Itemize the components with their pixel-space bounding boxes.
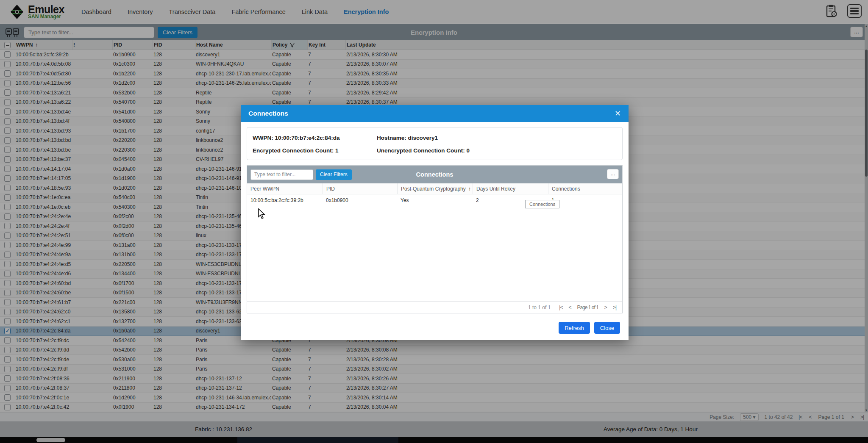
modal-header: Connections ✕ <box>241 105 629 122</box>
modal-prev-page-button[interactable]: < <box>568 305 571 310</box>
refresh-button[interactable]: Refresh <box>559 322 590 334</box>
close-button[interactable]: Close <box>594 322 620 334</box>
column-header-peer-wwpn[interactable]: Peer WWPN <box>247 183 323 194</box>
modal-table-toolbar: Clear Filters Connections ... <box>247 166 622 183</box>
summary-wwpn: WWPN: 10:00:70:b7:e4:2c:84:da <box>253 135 377 141</box>
column-header-connections[interactable]: Connections <box>548 183 622 194</box>
column-header-modal-pid[interactable]: PID <box>323 183 397 194</box>
cell-peer-wwpn: 10:00:5c:ba:2c:fc:39:2b <box>247 194 323 206</box>
column-header-pqc[interactable]: Post-Quantum Cryptography↑ <box>397 183 473 194</box>
cell-pqc: Yes <box>397 194 473 206</box>
summary-hostname: Hostname: discovery1 <box>377 135 438 141</box>
modal-page-indicator: Page 1 of 1 <box>577 305 598 310</box>
connections-modal: Connections ✕ WWPN: 10:00:70:b7:e4:2c:84… <box>241 105 629 340</box>
modal-pagination-bar: 1 to 1 of 1 |< < Page 1 of 1 > >| <box>247 301 622 313</box>
sort-asc-icon: ↑ <box>468 186 471 192</box>
modal-filter-input[interactable] <box>250 169 313 180</box>
close-icon[interactable]: ✕ <box>615 110 621 117</box>
modal-last-page-button[interactable]: >| <box>613 305 616 310</box>
modal-title: Connections <box>248 110 288 117</box>
modal-table: Clear Filters Connections ... Peer WWPN … <box>247 165 623 313</box>
connections-drag-chip[interactable]: Connections <box>525 200 559 208</box>
column-header-days-until-rekey[interactable]: Days Until Rekey <box>473 183 548 194</box>
modal-next-page-button[interactable]: > <box>604 305 607 310</box>
modal-clear-filters-button[interactable]: Clear Filters <box>316 169 352 180</box>
modal-table-row[interactable]: 10:00:5c:ba:2c:fc:39:2b 0x1b0900 Yes 2 1 <box>247 194 622 206</box>
connection-summary-panel: WWPN: 10:00:70:b7:e4:2c:84:da Hostname: … <box>247 127 623 160</box>
modal-table-options-button[interactable]: ... <box>607 169 619 179</box>
modal-table-header: Peer WWPN PID Post-Quantum Cryptography↑… <box>247 183 622 194</box>
summary-unencrypted-count: Unencrypted Connection Count: 0 <box>377 147 470 154</box>
modal-row-range-label: 1 to 1 of 1 <box>528 305 551 310</box>
modal-table-empty-area <box>247 206 622 301</box>
modal-first-page-button[interactable]: |< <box>559 305 562 310</box>
app-window: Emulex SAN Manager Dashboard Inventory T… <box>0 0 868 443</box>
cell-pid: 0x1b0900 <box>323 194 397 206</box>
summary-encrypted-count: Encrypted Connection Count: 1 <box>253 147 377 154</box>
